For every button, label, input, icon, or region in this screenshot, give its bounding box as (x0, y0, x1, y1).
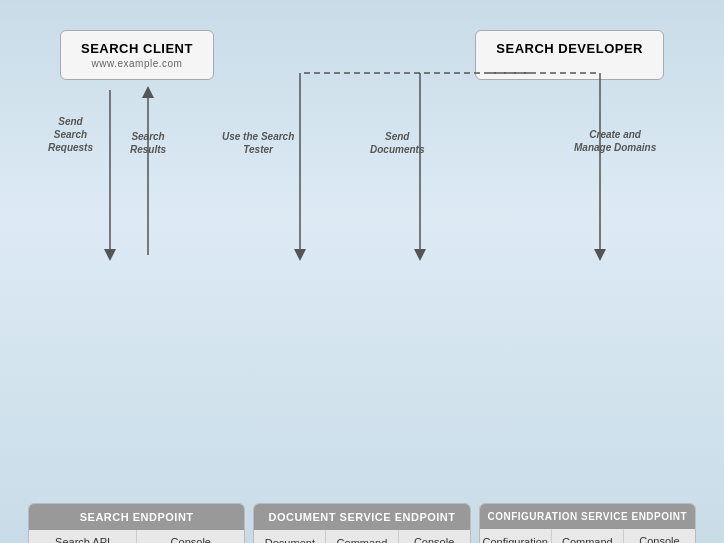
config-endpoint-panel: CONFIGURATION SERVICE ENDPOINT Configura… (479, 503, 696, 543)
config-console-item: Console (624, 529, 695, 543)
document-endpoint-subheader: DocumentService API CommandLine Tools Co… (254, 530, 469, 543)
config-api-item: ConfigurationAPI (480, 529, 552, 543)
config-endpoint-subheader: ConfigurationAPI CommandLine Tools Conso… (480, 529, 695, 543)
document-endpoint-panel: DOCUMENT SERVICE ENDPOINT DocumentServic… (253, 503, 470, 543)
search-client-label: SEARCH CLIENT (81, 41, 193, 56)
config-cmdline-item: CommandLine Tools (552, 529, 624, 543)
search-api-item: Search API (29, 530, 137, 543)
send-search-label: SendSearchRequests (48, 115, 93, 154)
search-endpoint-panel: SEARCH ENDPOINT Search API Console ACCES… (28, 503, 245, 543)
search-developer-box: SEARCH DEVELOPER (475, 30, 664, 80)
create-manage-label: Create andManage Domains (574, 128, 656, 154)
use-search-tester-label: Use the SearchTester (222, 130, 294, 156)
config-endpoint-header: CONFIGURATION SERVICE ENDPOINT (480, 504, 695, 529)
search-client-subtitle: www.example.com (81, 58, 193, 69)
search-endpoint-subheader: Search API Console (29, 530, 244, 543)
send-documents-label: SendDocuments (370, 130, 424, 156)
doc-console-item: Console (399, 530, 470, 543)
search-results-label: SearchResults (130, 130, 166, 156)
document-endpoint-header: DOCUMENT SERVICE ENDPOINT (254, 504, 469, 530)
search-console-item: Console (137, 530, 244, 543)
arrows-svg (0, 0, 724, 543)
doc-cmdline-item: CommandLine Tools (326, 530, 398, 543)
doc-service-api-item: DocumentService API (254, 530, 326, 543)
search-developer-label: SEARCH DEVELOPER (496, 41, 643, 56)
search-client-box: SEARCH CLIENT www.example.com (60, 30, 214, 80)
search-endpoint-header: SEARCH ENDPOINT (29, 504, 244, 530)
